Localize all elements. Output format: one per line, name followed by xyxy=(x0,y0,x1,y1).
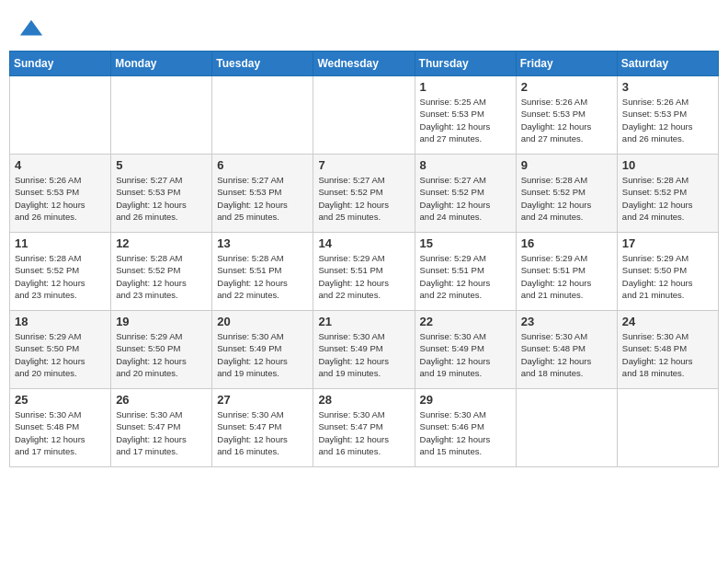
day-info: Sunrise: 5:30 AM Sunset: 5:47 PM Dayligh… xyxy=(217,408,308,457)
weekday-header-wednesday: Wednesday xyxy=(313,52,415,76)
calendar-cell: 8Sunrise: 5:27 AM Sunset: 5:52 PM Daylig… xyxy=(415,155,516,233)
day-info: Sunrise: 5:25 AM Sunset: 5:53 PM Dayligh… xyxy=(420,96,511,144)
calendar-cell xyxy=(10,76,111,155)
calendar-cell: 9Sunrise: 5:28 AM Sunset: 5:52 PM Daylig… xyxy=(516,155,617,233)
day-info: Sunrise: 5:28 AM Sunset: 5:52 PM Dayligh… xyxy=(521,174,612,223)
day-info: Sunrise: 5:27 AM Sunset: 5:53 PM Dayligh… xyxy=(217,174,308,223)
day-info: Sunrise: 5:28 AM Sunset: 5:52 PM Dayligh… xyxy=(15,252,106,301)
logo xyxy=(18,17,48,42)
day-info: Sunrise: 5:26 AM Sunset: 5:53 PM Dayligh… xyxy=(15,174,106,223)
day-number: 20 xyxy=(217,315,308,328)
calendar-cell xyxy=(516,389,617,467)
day-number: 21 xyxy=(318,315,409,328)
weekday-header-monday: Monday xyxy=(111,52,212,76)
day-info: Sunrise: 5:30 AM Sunset: 5:48 PM Dayligh… xyxy=(521,330,612,379)
calendar-cell: 23Sunrise: 5:30 AM Sunset: 5:48 PM Dayli… xyxy=(516,311,617,389)
calendar-cell: 29Sunrise: 5:30 AM Sunset: 5:46 PM Dayli… xyxy=(415,389,516,467)
day-info: Sunrise: 5:30 AM Sunset: 5:49 PM Dayligh… xyxy=(318,330,409,379)
calendar-cell: 13Sunrise: 5:28 AM Sunset: 5:51 PM Dayli… xyxy=(212,233,313,311)
calendar-cell: 25Sunrise: 5:30 AM Sunset: 5:48 PM Dayli… xyxy=(10,389,111,467)
day-info: Sunrise: 5:29 AM Sunset: 5:51 PM Dayligh… xyxy=(318,252,409,301)
day-number: 17 xyxy=(622,236,713,250)
day-number: 22 xyxy=(420,315,511,328)
day-info: Sunrise: 5:29 AM Sunset: 5:51 PM Dayligh… xyxy=(521,252,612,301)
calendar-cell: 4Sunrise: 5:26 AM Sunset: 5:53 PM Daylig… xyxy=(10,155,111,233)
day-number: 25 xyxy=(15,393,106,407)
calendar-cell xyxy=(617,389,718,467)
calendar-cell: 2Sunrise: 5:26 AM Sunset: 5:53 PM Daylig… xyxy=(516,76,617,155)
day-info: Sunrise: 5:30 AM Sunset: 5:49 PM Dayligh… xyxy=(420,330,511,379)
day-number: 13 xyxy=(217,236,308,250)
calendar-cell: 20Sunrise: 5:30 AM Sunset: 5:49 PM Dayli… xyxy=(212,311,313,389)
svg-marker-0 xyxy=(20,20,42,36)
calendar-table: SundayMondayTuesdayWednesdayThursdayFrid… xyxy=(9,51,719,467)
day-number: 8 xyxy=(420,158,511,172)
day-info: Sunrise: 5:28 AM Sunset: 5:51 PM Dayligh… xyxy=(217,252,308,301)
day-number: 10 xyxy=(622,158,713,172)
header xyxy=(9,9,719,47)
day-info: Sunrise: 5:27 AM Sunset: 5:52 PM Dayligh… xyxy=(318,174,409,223)
day-number: 1 xyxy=(420,80,511,94)
calendar-cell: 19Sunrise: 5:29 AM Sunset: 5:50 PM Dayli… xyxy=(111,311,212,389)
calendar-cell: 26Sunrise: 5:30 AM Sunset: 5:47 PM Dayli… xyxy=(111,389,212,467)
day-number: 5 xyxy=(116,158,207,172)
calendar-cell: 10Sunrise: 5:28 AM Sunset: 5:52 PM Dayli… xyxy=(617,155,718,233)
logo-icon xyxy=(18,17,44,42)
day-info: Sunrise: 5:26 AM Sunset: 5:53 PM Dayligh… xyxy=(622,96,713,144)
day-number: 24 xyxy=(622,315,713,328)
day-info: Sunrise: 5:30 AM Sunset: 5:49 PM Dayligh… xyxy=(217,330,308,379)
day-info: Sunrise: 5:30 AM Sunset: 5:48 PM Dayligh… xyxy=(15,408,106,457)
weekday-header-sunday: Sunday xyxy=(10,52,111,76)
calendar-cell: 3Sunrise: 5:26 AM Sunset: 5:53 PM Daylig… xyxy=(617,76,718,155)
calendar-cell: 5Sunrise: 5:27 AM Sunset: 5:53 PM Daylig… xyxy=(111,155,212,233)
day-number: 14 xyxy=(318,236,409,250)
day-number: 9 xyxy=(521,158,612,172)
calendar-cell: 11Sunrise: 5:28 AM Sunset: 5:52 PM Dayli… xyxy=(10,233,111,311)
day-number: 11 xyxy=(15,236,106,250)
day-number: 4 xyxy=(15,158,106,172)
day-info: Sunrise: 5:30 AM Sunset: 5:47 PM Dayligh… xyxy=(116,408,207,457)
day-info: Sunrise: 5:27 AM Sunset: 5:53 PM Dayligh… xyxy=(116,174,207,223)
day-number: 6 xyxy=(217,158,308,172)
day-number: 27 xyxy=(217,393,308,407)
calendar-cell: 27Sunrise: 5:30 AM Sunset: 5:47 PM Dayli… xyxy=(212,389,313,467)
day-number: 16 xyxy=(521,236,612,250)
day-number: 26 xyxy=(116,393,207,407)
day-info: Sunrise: 5:29 AM Sunset: 5:50 PM Dayligh… xyxy=(116,330,207,379)
day-info: Sunrise: 5:29 AM Sunset: 5:50 PM Dayligh… xyxy=(15,330,106,379)
day-info: Sunrise: 5:28 AM Sunset: 5:52 PM Dayligh… xyxy=(622,174,713,223)
calendar-cell: 15Sunrise: 5:29 AM Sunset: 5:51 PM Dayli… xyxy=(415,233,516,311)
weekday-header-thursday: Thursday xyxy=(415,52,516,76)
day-number: 7 xyxy=(318,158,409,172)
weekday-header-tuesday: Tuesday xyxy=(212,52,313,76)
calendar-cell: 24Sunrise: 5:30 AM Sunset: 5:48 PM Dayli… xyxy=(617,311,718,389)
calendar-cell: 12Sunrise: 5:28 AM Sunset: 5:52 PM Dayli… xyxy=(111,233,212,311)
day-info: Sunrise: 5:30 AM Sunset: 5:46 PM Dayligh… xyxy=(420,408,511,457)
day-number: 19 xyxy=(116,315,207,328)
day-info: Sunrise: 5:26 AM Sunset: 5:53 PM Dayligh… xyxy=(521,96,612,144)
calendar-cell: 21Sunrise: 5:30 AM Sunset: 5:49 PM Dayli… xyxy=(313,311,415,389)
day-number: 29 xyxy=(420,393,511,407)
day-info: Sunrise: 5:28 AM Sunset: 5:52 PM Dayligh… xyxy=(116,252,207,301)
day-info: Sunrise: 5:29 AM Sunset: 5:50 PM Dayligh… xyxy=(622,252,713,301)
day-number: 12 xyxy=(116,236,207,250)
day-info: Sunrise: 5:30 AM Sunset: 5:47 PM Dayligh… xyxy=(318,408,409,457)
day-info: Sunrise: 5:30 AM Sunset: 5:48 PM Dayligh… xyxy=(622,330,713,379)
calendar-cell: 28Sunrise: 5:30 AM Sunset: 5:47 PM Dayli… xyxy=(313,389,415,467)
day-number: 28 xyxy=(318,393,409,407)
day-number: 18 xyxy=(15,315,106,328)
calendar-cell: 17Sunrise: 5:29 AM Sunset: 5:50 PM Dayli… xyxy=(617,233,718,311)
day-number: 23 xyxy=(521,315,612,328)
day-number: 2 xyxy=(521,80,612,94)
calendar-cell xyxy=(212,76,313,155)
day-info: Sunrise: 5:27 AM Sunset: 5:52 PM Dayligh… xyxy=(420,174,511,223)
calendar-cell: 18Sunrise: 5:29 AM Sunset: 5:50 PM Dayli… xyxy=(10,311,111,389)
calendar-cell: 7Sunrise: 5:27 AM Sunset: 5:52 PM Daylig… xyxy=(313,155,415,233)
calendar-cell: 1Sunrise: 5:25 AM Sunset: 5:53 PM Daylig… xyxy=(415,76,516,155)
weekday-header-friday: Friday xyxy=(516,52,617,76)
calendar-cell: 22Sunrise: 5:30 AM Sunset: 5:49 PM Dayli… xyxy=(415,311,516,389)
day-number: 3 xyxy=(622,80,713,94)
day-number: 15 xyxy=(420,236,511,250)
calendar-cell: 16Sunrise: 5:29 AM Sunset: 5:51 PM Dayli… xyxy=(516,233,617,311)
weekday-header-saturday: Saturday xyxy=(617,52,718,76)
